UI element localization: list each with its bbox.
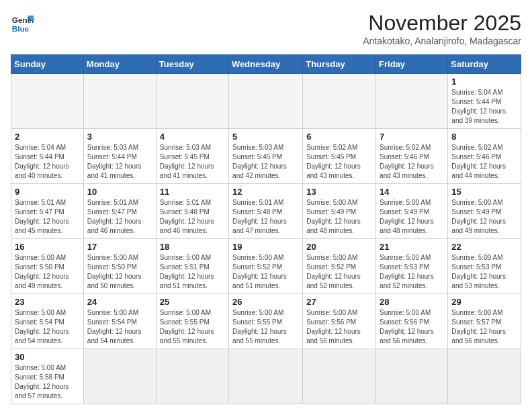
calendar-cell: [376, 74, 448, 129]
month-title: November 2025: [363, 11, 521, 36]
calendar-cell: 12Sunrise: 5:01 AM Sunset: 5:48 PM Dayli…: [229, 184, 303, 239]
day-number: 15: [451, 187, 517, 197]
day-number: 4: [160, 132, 225, 142]
day-header-thursday: Thursday: [303, 55, 376, 74]
day-number: 22: [451, 242, 517, 252]
day-info: Sunrise: 5:00 AM Sunset: 5:54 PM Dayligh…: [87, 308, 152, 346]
calendar-cell: 24Sunrise: 5:00 AM Sunset: 5:54 PM Dayli…: [83, 294, 156, 349]
day-number: 27: [306, 297, 372, 307]
calendar-cell: 6Sunrise: 5:02 AM Sunset: 5:45 PM Daylig…: [303, 129, 376, 184]
day-number: 3: [87, 132, 152, 142]
day-number: 7: [380, 132, 444, 142]
calendar-cell: 18Sunrise: 5:00 AM Sunset: 5:51 PM Dayli…: [156, 239, 228, 294]
calendar-cell: [229, 349, 303, 404]
day-number: 13: [306, 187, 372, 197]
day-number: 23: [15, 297, 80, 307]
day-header-wednesday: Wednesday: [229, 55, 303, 74]
day-number: 29: [451, 297, 517, 307]
calendar-cell: 17Sunrise: 5:00 AM Sunset: 5:50 PM Dayli…: [83, 239, 156, 294]
day-info: Sunrise: 5:00 AM Sunset: 5:52 PM Dayligh…: [232, 253, 299, 291]
day-header-saturday: Saturday: [448, 55, 521, 74]
calendar-cell: 21Sunrise: 5:00 AM Sunset: 5:53 PM Dayli…: [376, 239, 448, 294]
day-info: Sunrise: 5:00 AM Sunset: 5:49 PM Dayligh…: [380, 198, 444, 236]
day-info: Sunrise: 5:01 AM Sunset: 5:47 PM Dayligh…: [15, 198, 80, 236]
day-info: Sunrise: 5:02 AM Sunset: 5:46 PM Dayligh…: [380, 143, 444, 181]
day-info: Sunrise: 5:00 AM Sunset: 5:54 PM Dayligh…: [15, 308, 80, 346]
subtitle: Antakotako, Analanjirofo, Madagascar: [363, 36, 521, 46]
day-number: 24: [87, 297, 152, 307]
calendar-week-row: 23Sunrise: 5:00 AM Sunset: 5:54 PM Dayli…: [11, 294, 521, 349]
day-info: Sunrise: 5:03 AM Sunset: 5:44 PM Dayligh…: [87, 143, 152, 181]
calendar-cell: 14Sunrise: 5:00 AM Sunset: 5:49 PM Dayli…: [376, 184, 448, 239]
calendar-cell: 11Sunrise: 5:01 AM Sunset: 5:48 PM Dayli…: [156, 184, 228, 239]
day-number: 1: [451, 77, 517, 87]
calendar-cell: 5Sunrise: 5:03 AM Sunset: 5:45 PM Daylig…: [229, 129, 303, 184]
day-info: Sunrise: 5:03 AM Sunset: 5:45 PM Dayligh…: [160, 143, 225, 181]
calendar-cell: [303, 74, 376, 129]
calendar-cell: 30Sunrise: 5:00 AM Sunset: 5:58 PM Dayli…: [11, 349, 84, 404]
logo: General Blue: [11, 11, 35, 35]
day-info: Sunrise: 5:04 AM Sunset: 5:44 PM Dayligh…: [15, 143, 80, 181]
day-info: Sunrise: 5:00 AM Sunset: 5:56 PM Dayligh…: [306, 308, 372, 346]
day-header-sunday: Sunday: [11, 55, 84, 74]
calendar-cell: 13Sunrise: 5:00 AM Sunset: 5:49 PM Dayli…: [303, 184, 376, 239]
day-number: 25: [160, 297, 225, 307]
day-info: Sunrise: 5:00 AM Sunset: 5:53 PM Dayligh…: [380, 253, 444, 291]
header: General Blue November 2025 Antakotako, A…: [11, 11, 521, 46]
calendar-cell: 26Sunrise: 5:00 AM Sunset: 5:55 PM Dayli…: [229, 294, 303, 349]
day-info: Sunrise: 5:00 AM Sunset: 5:53 PM Dayligh…: [451, 253, 517, 291]
calendar-cell: 3Sunrise: 5:03 AM Sunset: 5:44 PM Daylig…: [83, 129, 156, 184]
day-number: 12: [232, 187, 299, 197]
day-info: Sunrise: 5:01 AM Sunset: 5:48 PM Dayligh…: [232, 198, 299, 236]
day-info: Sunrise: 5:00 AM Sunset: 5:58 PM Dayligh…: [15, 363, 80, 401]
title-area: November 2025 Antakotako, Analanjirofo, …: [363, 11, 521, 46]
calendar-cell: 19Sunrise: 5:00 AM Sunset: 5:52 PM Dayli…: [229, 239, 303, 294]
day-number: 14: [380, 187, 444, 197]
day-header-friday: Friday: [376, 55, 448, 74]
calendar-cell: 9Sunrise: 5:01 AM Sunset: 5:47 PM Daylig…: [11, 184, 84, 239]
day-info: Sunrise: 5:02 AM Sunset: 5:46 PM Dayligh…: [451, 143, 517, 181]
calendar-body: 1Sunrise: 5:04 AM Sunset: 5:44 PM Daylig…: [11, 74, 521, 404]
day-number: 26: [232, 297, 299, 307]
calendar: SundayMondayTuesdayWednesdayThursdayFrid…: [11, 54, 521, 404]
calendar-cell: [11, 74, 84, 129]
day-number: 10: [87, 187, 152, 197]
day-number: 9: [15, 187, 80, 197]
day-info: Sunrise: 5:00 AM Sunset: 5:56 PM Dayligh…: [380, 308, 444, 346]
calendar-cell: [229, 74, 303, 129]
day-info: Sunrise: 5:03 AM Sunset: 5:45 PM Dayligh…: [232, 143, 299, 181]
day-info: Sunrise: 5:00 AM Sunset: 5:55 PM Dayligh…: [232, 308, 299, 346]
calendar-cell: [156, 74, 228, 129]
calendar-cell: 2Sunrise: 5:04 AM Sunset: 5:44 PM Daylig…: [11, 129, 84, 184]
calendar-cell: 28Sunrise: 5:00 AM Sunset: 5:56 PM Dayli…: [376, 294, 448, 349]
day-header-tuesday: Tuesday: [156, 55, 228, 74]
calendar-week-row: 16Sunrise: 5:00 AM Sunset: 5:50 PM Dayli…: [11, 239, 521, 294]
day-number: 5: [232, 132, 299, 142]
calendar-cell: 20Sunrise: 5:00 AM Sunset: 5:52 PM Dayli…: [303, 239, 376, 294]
calendar-cell: [83, 349, 156, 404]
day-info: Sunrise: 5:04 AM Sunset: 5:44 PM Dayligh…: [451, 88, 517, 126]
day-number: 28: [380, 297, 444, 307]
calendar-cell: 7Sunrise: 5:02 AM Sunset: 5:46 PM Daylig…: [376, 129, 448, 184]
calendar-cell: 16Sunrise: 5:00 AM Sunset: 5:50 PM Dayli…: [11, 239, 84, 294]
calendar-week-row: 30Sunrise: 5:00 AM Sunset: 5:58 PM Dayli…: [11, 349, 521, 404]
day-info: Sunrise: 5:02 AM Sunset: 5:45 PM Dayligh…: [306, 143, 372, 181]
day-info: Sunrise: 5:01 AM Sunset: 5:48 PM Dayligh…: [160, 198, 225, 236]
calendar-cell: [376, 349, 448, 404]
day-number: 2: [15, 132, 80, 142]
calendar-cell: 4Sunrise: 5:03 AM Sunset: 5:45 PM Daylig…: [156, 129, 228, 184]
calendar-cell: 25Sunrise: 5:00 AM Sunset: 5:55 PM Dayli…: [156, 294, 228, 349]
day-info: Sunrise: 5:00 AM Sunset: 5:52 PM Dayligh…: [306, 253, 372, 291]
day-info: Sunrise: 5:00 AM Sunset: 5:49 PM Dayligh…: [306, 198, 372, 236]
day-number: 8: [451, 132, 517, 142]
day-number: 20: [306, 242, 372, 252]
logo-icon: General Blue: [11, 11, 35, 35]
day-number: 6: [306, 132, 372, 142]
day-info: Sunrise: 5:01 AM Sunset: 5:47 PM Dayligh…: [87, 198, 152, 236]
calendar-cell: 22Sunrise: 5:00 AM Sunset: 5:53 PM Dayli…: [448, 239, 521, 294]
calendar-cell: 23Sunrise: 5:00 AM Sunset: 5:54 PM Dayli…: [11, 294, 84, 349]
day-number: 11: [160, 187, 225, 197]
calendar-cell: 1Sunrise: 5:04 AM Sunset: 5:44 PM Daylig…: [448, 74, 521, 129]
day-info: Sunrise: 5:00 AM Sunset: 5:55 PM Dayligh…: [160, 308, 225, 346]
calendar-week-row: 9Sunrise: 5:01 AM Sunset: 5:47 PM Daylig…: [11, 184, 521, 239]
